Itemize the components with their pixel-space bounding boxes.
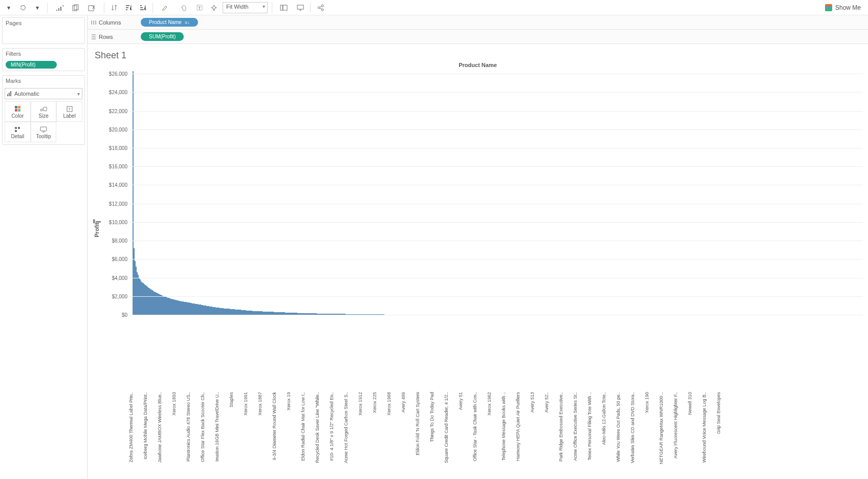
x-tick-label: NETGEAR RangeMax WNR1000 .. <box>659 392 664 464</box>
y-tick-label: $14,000 <box>104 182 127 188</box>
presentation-button[interactable] <box>294 1 307 14</box>
x-tick-label: Jawbone JAMBOX Wireless Blue.. <box>157 392 162 463</box>
x-tick-label: #10- 4 1/8" x 9 1/2" Recycled En.. <box>329 392 334 461</box>
svg-rect-12 <box>140 9 144 10</box>
y-tick-label: $2,000 <box>104 293 127 299</box>
svg-rect-16 <box>280 5 283 10</box>
columns-pill-product-name[interactable]: Product Name ≡↓ <box>141 18 198 27</box>
automatic-bar-icon <box>7 91 12 96</box>
marks-title: Marks <box>3 76 84 86</box>
x-tick-label: While You Were Out Pads, 50 pe.. <box>616 392 621 462</box>
clear-button[interactable] <box>83 1 101 14</box>
x-tick-label: Eldon Radial Chair Mat for Low t.. <box>300 392 306 461</box>
columns-icon <box>91 19 97 26</box>
svg-rect-22 <box>7 94 8 96</box>
toolbar: ▾ ▾ ▾ T Fit Width Show Me <box>0 0 868 15</box>
y-tick-label: $10,000 <box>104 219 127 225</box>
x-tick-label: Xerox 190 <box>644 392 649 413</box>
svg-text:▾: ▾ <box>62 4 63 8</box>
svg-rect-10 <box>140 5 142 6</box>
show-me-button[interactable]: Show Me <box>825 4 861 11</box>
svg-text:T: T <box>198 6 201 11</box>
rows-pill-sum-profit[interactable]: SUM(Profit) <box>141 32 184 41</box>
svg-rect-29 <box>15 127 17 129</box>
refresh-button[interactable] <box>16 1 30 14</box>
share-button[interactable] <box>314 1 327 14</box>
show-hide-cards-button[interactable] <box>275 1 293 14</box>
rows-shelf[interactable]: Rows SUM(Profit) <box>88 30 868 44</box>
svg-rect-30 <box>18 127 20 129</box>
sort-desc-button[interactable] <box>136 1 149 14</box>
sidebar: Pages Filters MIN(Profit) Marks Automati… <box>0 15 88 479</box>
x-tick-label: Zebra ZM400 Thermal Label Prin.. <box>128 392 134 462</box>
pages-card[interactable]: Pages <box>2 17 85 44</box>
x-tick-label: Xerox 1968 <box>386 392 392 416</box>
chart-plot[interactable]: $0$2,000$4,000$6,000$8,000$10,000$12,000… <box>104 69 863 315</box>
x-tick-label: Things To Do Today Pad <box>429 392 435 442</box>
pin-button[interactable] <box>207 1 221 14</box>
svg-rect-7 <box>126 9 127 10</box>
svg-rect-2 <box>60 7 61 11</box>
x-tick-label: Avery 513 <box>530 392 535 412</box>
x-tick-label: Square Credit Card Reader, 4 1/2.. <box>444 392 449 463</box>
svg-point-26 <box>43 107 47 111</box>
svg-rect-11 <box>140 7 143 8</box>
x-tick-label: Avery 51 <box>458 392 463 410</box>
show-me-icon <box>825 4 832 11</box>
filters-card[interactable]: Filters MIN(Profit) <box>2 48 85 71</box>
sort-asc-button[interactable] <box>122 1 135 14</box>
attach-button[interactable] <box>175 1 192 14</box>
marks-size-button[interactable]: Size <box>31 101 57 122</box>
columns-shelf[interactable]: Columns Product Name ≡↓ <box>88 15 868 30</box>
marks-type-label: Automatic <box>14 91 39 97</box>
sheet-title[interactable]: Sheet 1 <box>95 50 863 61</box>
filter-pill-min-profit[interactable]: MIN(Profit) <box>6 61 57 69</box>
marks-detail-button[interactable]: Detail <box>5 122 31 142</box>
x-tick-label: Xerox 1912 <box>358 392 363 416</box>
y-tick-label: $12,000 <box>104 201 127 206</box>
svg-rect-31 <box>15 130 17 132</box>
x-tick-label: Newell 310 <box>687 392 692 415</box>
svg-rect-32 <box>40 127 47 131</box>
svg-rect-23 <box>9 93 10 96</box>
y-tick-label: $24,000 <box>104 90 127 95</box>
y-tick-label: $8,000 <box>104 238 127 244</box>
x-tick-label: Xerox 19 <box>286 392 291 410</box>
marks-type-select[interactable]: Automatic <box>5 88 82 99</box>
x-tick-label: Recycled Desk Saver Line "While.. <box>315 392 320 463</box>
y-tick-label: $4,000 <box>104 275 127 280</box>
pause-dropdown-button[interactable]: ▾ <box>31 1 44 14</box>
pages-title: Pages <box>3 18 84 28</box>
svg-rect-24 <box>10 91 11 96</box>
x-tick-label: Grip Seal Envelopes <box>716 392 721 434</box>
label-toggle-button[interactable]: T <box>193 1 206 14</box>
x-tick-label: Acme Hot Forged Carbon Steel S.. <box>343 392 349 463</box>
highlight-button[interactable] <box>156 1 173 14</box>
duplicate-button[interactable] <box>69 1 82 14</box>
new-worksheet-button[interactable]: ▾ <box>51 1 68 14</box>
rows-label: Rows <box>91 34 137 40</box>
x-tick-label: Staples <box>229 392 234 407</box>
marks-tooltip-button[interactable]: Tooltip <box>31 122 57 142</box>
show-me-label: Show Me <box>835 4 861 11</box>
marks-label-button[interactable]: TLabel <box>56 101 82 122</box>
swap-button[interactable] <box>107 1 121 14</box>
y-tick-label: $20,000 <box>104 126 127 132</box>
x-tick-label: Avery 52.. <box>544 392 549 412</box>
svg-rect-9 <box>126 5 129 6</box>
x-tick-label: Avery Fluorescent Highlighter F.. <box>673 392 678 459</box>
marks-color-button[interactable]: Color <box>5 101 31 122</box>
y-tick-label: $26,000 <box>104 71 127 77</box>
y-tick-label: $16,000 <box>104 164 127 169</box>
columns-label: Columns <box>91 19 137 26</box>
marks-card[interactable]: Marks Automatic Color Size TLabel Detail… <box>2 75 85 145</box>
x-tick-label: Harmony HEPA Quiet Air Purifiers <box>515 392 520 461</box>
x-tick-label: Wirebound Voice Message Log B.. <box>702 392 707 463</box>
fit-select[interactable]: Fit Width <box>223 2 268 13</box>
x-tick-label: Imation 16GB Mini TravelDrive U.. <box>214 392 220 462</box>
svg-rect-8 <box>126 7 128 8</box>
x-axis-title: Product Name <box>93 62 863 68</box>
y-tick-label: $22,000 <box>104 108 127 114</box>
undo-dropdown-button[interactable]: ▾ <box>2 1 15 14</box>
y-axis-title: Profit <box>93 223 101 237</box>
